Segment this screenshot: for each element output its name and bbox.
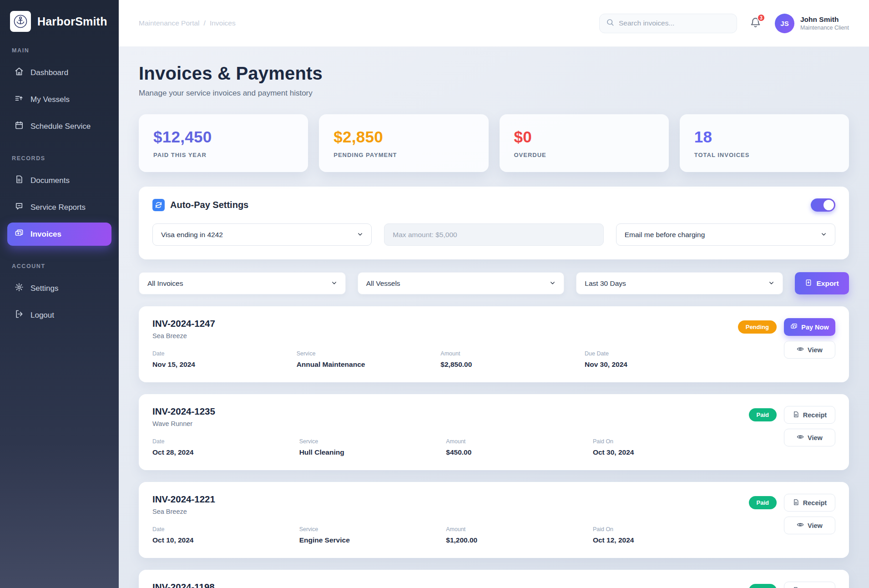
notify-option-select[interactable]: Email me before charging <box>616 223 835 246</box>
sidebar-item-label: Schedule Service <box>30 122 91 131</box>
detail-label: Date <box>152 526 299 532</box>
sidebar-item-dashboard[interactable]: Dashboard <box>7 61 111 84</box>
status-badge: Paid <box>749 496 777 509</box>
receipt-button[interactable]: Receipt <box>784 582 835 588</box>
detail-label: Amount <box>446 438 593 445</box>
receipt-icon <box>793 411 799 419</box>
status-badge: Paid <box>749 408 777 421</box>
page-title: Invoices & Payments <box>139 63 849 84</box>
invoice-row: INV-2024-1247 Sea Breeze DateNov 15, 202… <box>139 306 849 382</box>
detail-value: Oct 30, 2024 <box>593 448 740 456</box>
export-icon <box>805 279 812 288</box>
sidebar-item-label: Settings <box>30 284 58 293</box>
user-name: John Smith <box>800 15 849 24</box>
breadcrumb-current: Invoices <box>210 19 236 27</box>
topbar: Maintenance Portal / Invoices 3 JS John … <box>119 0 869 47</box>
invoice-id: INV-2024-1221 <box>152 494 740 505</box>
receipt-button[interactable]: Receipt <box>784 494 835 512</box>
invoice-vessel: Wave Runner <box>152 420 740 427</box>
stats-row: $12,450 PAID THIS YEAR $2,850 PENDING PA… <box>139 114 849 172</box>
detail-value: Hull Cleaning <box>299 448 446 456</box>
breadcrumb: Maintenance Portal / Invoices <box>139 19 236 27</box>
stat-card-paid-this-year: $12,450 PAID THIS YEAR <box>139 114 308 172</box>
export-label: Export <box>816 279 839 288</box>
card-icon <box>790 323 798 331</box>
sidebar-item-invoices[interactable]: Invoices <box>7 223 111 246</box>
autopay-panel: Auto-Pay Settings Visa ending in 4242 Em… <box>139 187 849 259</box>
autopay-title: Auto-Pay Settings <box>170 200 248 210</box>
receipt-label: Receipt <box>803 499 827 507</box>
detail-value: $450.00 <box>446 448 593 456</box>
view-label: View <box>808 522 823 529</box>
detail-label: Service <box>297 350 441 357</box>
view-label: View <box>808 434 823 441</box>
stat-value: 18 <box>694 128 834 146</box>
detail-value: Engine Service <box>299 536 446 544</box>
stat-value: $12,450 <box>153 128 293 146</box>
invoice-row: INV-2024-1235 Wave Runner DateOct 28, 20… <box>139 394 849 470</box>
chevron-down-icon <box>768 279 774 288</box>
detail-value: Oct 12, 2024 <box>593 536 740 544</box>
detail-label: Amount <box>446 526 593 532</box>
sidebar-item-label: My Vessels <box>30 95 70 104</box>
sidebar-item-label: Service Reports <box>30 203 86 212</box>
filters-row: All Invoices All Vessels Last 30 Days <box>139 272 849 294</box>
stat-value: $2,850 <box>333 128 474 146</box>
invoice-id: INV-2024-1198 <box>152 582 740 588</box>
sidebar-item-label: Documents <box>30 176 70 185</box>
sidebar-item-logout[interactable]: Logout <box>7 304 111 327</box>
max-amount-input[interactable] <box>393 231 595 239</box>
view-button[interactable]: View <box>784 429 835 446</box>
status-badge: Paid <box>749 584 777 588</box>
chevron-down-icon <box>821 231 827 239</box>
user-role: Maintenance Client <box>800 25 849 31</box>
sidebar-item-schedule-service[interactable]: Schedule Service <box>7 115 111 138</box>
stat-label: PAID THIS YEAR <box>153 152 293 158</box>
harborsmith-logo-icon <box>10 11 31 32</box>
invoice-filter-select[interactable]: All Invoices <box>139 272 346 294</box>
document-icon <box>15 175 24 186</box>
breadcrumb-parent[interactable]: Maintenance Portal <box>139 19 200 27</box>
vessels-icon <box>15 94 24 105</box>
view-button[interactable]: View <box>784 517 835 534</box>
stat-value: $0 <box>514 128 654 146</box>
pay-now-button[interactable]: Pay Now <box>784 318 835 336</box>
eye-icon <box>797 521 804 530</box>
breadcrumb-separator: / <box>204 19 206 27</box>
vessel-filter-value: All Vessels <box>366 279 400 288</box>
date-range-value: Last 30 Days <box>585 279 626 288</box>
receipt-label: Receipt <box>803 411 827 419</box>
content-area: Invoices & Payments Manage your service … <box>119 47 869 588</box>
stat-card-total-invoices: 18 TOTAL INVOICES <box>680 114 849 172</box>
search-box[interactable] <box>599 14 737 33</box>
detail-label: Service <box>299 526 446 532</box>
date-range-select[interactable]: Last 30 Days <box>576 272 783 294</box>
payment-method-value: Visa ending in 4242 <box>161 231 223 239</box>
avatar: JS <box>775 14 794 33</box>
stat-label: TOTAL INVOICES <box>694 152 834 158</box>
sidebar-item-my-vessels[interactable]: My Vessels <box>7 88 111 111</box>
user-menu[interactable]: JS John Smith Maintenance Client <box>775 14 849 33</box>
export-button[interactable]: Export <box>795 272 849 294</box>
detail-label: Date <box>152 438 299 445</box>
search-input[interactable] <box>619 19 730 27</box>
sidebar-item-label: Invoices <box>30 230 61 239</box>
gear-icon <box>15 283 24 294</box>
sidebar-item-service-reports[interactable]: Service Reports <box>7 196 111 219</box>
view-button[interactable]: View <box>784 341 835 359</box>
sidebar-item-settings[interactable]: Settings <box>7 277 111 300</box>
report-icon <box>15 202 24 213</box>
invoice-row: INV-2024-1198 Ocean Spirit DateSep 15, 2… <box>139 570 849 588</box>
sidebar-item-documents[interactable]: Documents <box>7 169 111 192</box>
invoice-vessel: Sea Breeze <box>152 508 740 515</box>
autopay-toggle[interactable] <box>811 198 835 212</box>
vessel-filter-select[interactable]: All Vessels <box>358 272 565 294</box>
detail-value: Annual Maintenance <box>297 360 441 369</box>
receipt-button[interactable]: Receipt <box>784 406 835 424</box>
invoice-card-icon <box>15 228 24 240</box>
calendar-icon <box>15 121 24 132</box>
notifications-button[interactable]: 3 <box>750 17 761 30</box>
max-amount-field[interactable] <box>384 223 603 246</box>
status-badge: Pending <box>738 320 777 334</box>
payment-method-select[interactable]: Visa ending in 4242 <box>152 223 372 246</box>
